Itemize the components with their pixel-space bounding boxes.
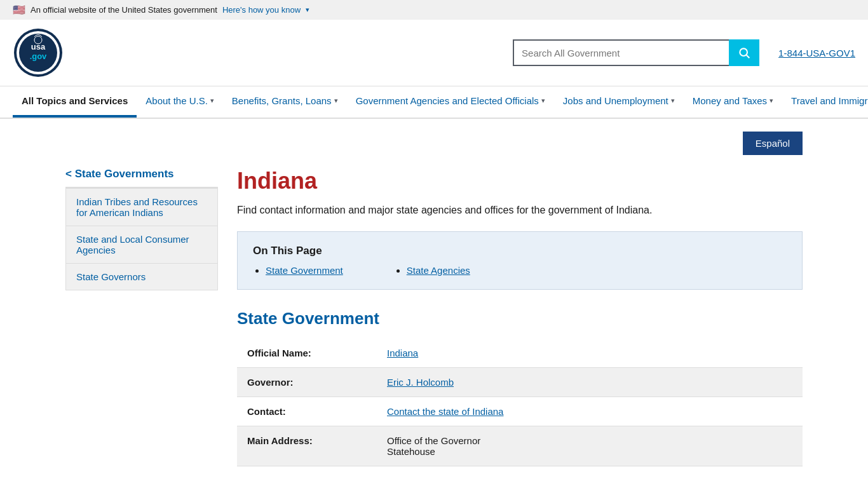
on-this-page-links: State Government State Agencies: [253, 265, 787, 276]
sidebar-nav: Indian Tribes and Resources for American…: [65, 188, 218, 290]
nav-label-travel: Travel and Immigration: [791, 95, 868, 106]
page-title: Indiana: [237, 168, 803, 194]
table-row-official-name: Official Name: Indiana: [237, 339, 803, 368]
sidebar: State Governments Indian Tribes and Reso…: [65, 168, 218, 466]
sidebar-back-link[interactable]: State Governments: [65, 168, 218, 188]
search-input[interactable]: [513, 39, 729, 66]
official-text: An official website of the United States…: [31, 5, 217, 15]
link-official-name[interactable]: Indiana: [387, 348, 418, 358]
label-address: Main Address:: [237, 426, 377, 466]
nav-label-benefits: Benefits, Grants, Loans: [232, 95, 332, 106]
nav-label-all-topics: All Topics and Services: [22, 95, 128, 106]
nav-chevron-money: ▾: [770, 97, 773, 105]
nav-item-all-topics[interactable]: All Topics and Services: [13, 86, 137, 118]
address-line2: Statehouse: [387, 446, 435, 457]
value-contact: Contact the state of Indiana: [377, 397, 803, 426]
page-description: Find contact information and major state…: [237, 205, 803, 216]
nav-item-agencies[interactable]: Government Agencies and Elected Official…: [347, 86, 554, 118]
nav-chevron-jobs: ▾: [671, 97, 675, 105]
nav-label-jobs: Jobs and Unemployment: [563, 95, 668, 106]
table-row-contact: Contact: Contact the state of Indiana: [237, 397, 803, 426]
label-contact: Contact:: [237, 397, 377, 426]
search-icon: [738, 46, 750, 59]
nav-label-about: About the U.S.: [146, 95, 208, 106]
table-row-governor: Governor: Eric J. Holcomb: [237, 368, 803, 397]
nav-chevron-agencies: ▾: [541, 97, 545, 105]
nav-item-travel[interactable]: Travel and Immigration ▾: [782, 86, 868, 118]
nav-item-jobs[interactable]: Jobs and Unemployment ▾: [554, 86, 684, 118]
on-this-page-link-state-agencies[interactable]: State Agencies: [407, 265, 470, 276]
link-governor[interactable]: Eric J. Holcomb: [387, 377, 454, 388]
espanol-row: Español: [65, 132, 803, 155]
value-official-name: Indiana: [377, 339, 803, 368]
header-right: 1-844-USA-GOV1: [513, 39, 855, 66]
sidebar-item-indian-tribes[interactable]: Indian Tribes and Resources for American…: [66, 189, 217, 226]
gov-banner: 🇺🇸 An official website of the United Sta…: [0, 0, 868, 20]
svg-point-6: [740, 48, 747, 56]
nav-item-benefits[interactable]: Benefits, Grants, Loans ▾: [223, 86, 347, 118]
chevron-icon: ▾: [306, 6, 309, 14]
logo-wrap: usa .gov: [13, 27, 64, 78]
state-gov-section-title: State Government: [237, 309, 803, 329]
search-button[interactable]: [729, 39, 759, 66]
link-contact[interactable]: Contact the state of Indiana: [387, 406, 503, 417]
table-row-address: Main Address: Office of the Governor Sta…: [237, 426, 803, 466]
on-this-page-link-item-state-agencies: State Agencies: [407, 265, 470, 276]
nav-chevron-benefits: ▾: [334, 97, 338, 105]
nav-chevron-about: ▾: [210, 97, 214, 105]
usagov-logo[interactable]: usa .gov: [13, 27, 64, 78]
label-official-name: Official Name:: [237, 339, 377, 368]
svg-line-7: [747, 55, 750, 58]
main-nav: All Topics and Services About the U.S. ▾…: [0, 86, 868, 119]
on-this-page-link-item-state-gov: State Government: [266, 265, 343, 276]
phone-link[interactable]: 1-844-USA-GOV1: [778, 48, 855, 58]
address-line1: Office of the Governor: [387, 435, 480, 446]
svg-text:.gov: .gov: [30, 51, 47, 61]
value-address: Office of the Governor Statehouse: [377, 426, 803, 466]
flag-icon: 🇺🇸: [13, 4, 25, 16]
on-this-page-box: On This Page State Government State Agen…: [237, 231, 803, 290]
on-this-page-link-state-gov[interactable]: State Government: [266, 265, 343, 276]
nav-item-money[interactable]: Money and Taxes ▾: [684, 86, 782, 118]
svg-text:usa: usa: [31, 42, 46, 51]
nav-label-money: Money and Taxes: [693, 95, 767, 106]
state-gov-section: State Government Official Name: Indiana …: [237, 309, 803, 466]
nav-item-about[interactable]: About the U.S. ▾: [137, 86, 223, 118]
espanol-button[interactable]: Español: [743, 132, 803, 155]
page-container: Español State Governments Indian Tribes …: [53, 119, 815, 479]
sidebar-item-consumer-agencies[interactable]: State and Local Consumer Agencies: [66, 226, 217, 264]
value-governor: Eric J. Holcomb: [377, 368, 803, 397]
header: usa .gov 1-844-USA-GOV1: [0, 20, 868, 86]
label-governor: Governor:: [237, 368, 377, 397]
heres-how-link[interactable]: Here's how you know: [222, 5, 301, 15]
search-wrap: [513, 39, 759, 66]
sidebar-item-governors[interactable]: State Governors: [66, 264, 217, 290]
main-content: Indiana Find contact information and maj…: [237, 168, 803, 466]
content-layout: State Governments Indian Tribes and Reso…: [65, 168, 803, 466]
on-this-page-heading: On This Page: [253, 245, 787, 257]
nav-label-agencies: Government Agencies and Elected Official…: [356, 95, 539, 106]
state-gov-table: Official Name: Indiana Governor: Eric J.…: [237, 339, 803, 466]
